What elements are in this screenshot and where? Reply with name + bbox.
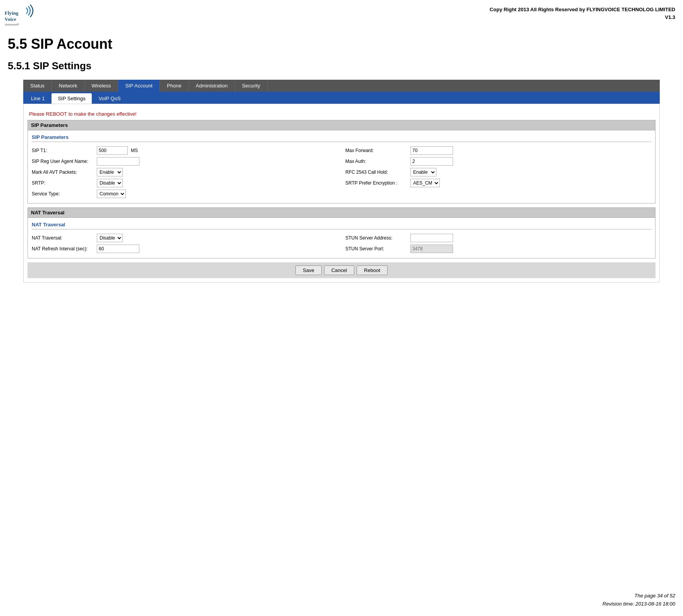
srtp-label: SRTP: <box>32 180 94 186</box>
subtab-sip-settings[interactable]: SIP Settings <box>51 93 91 104</box>
sip-parameters-header: SIP Parameters <box>27 120 656 130</box>
svg-text:VoiceoverIP: VoiceoverIP <box>5 23 19 26</box>
footer-line2: Revision time: 2013-08-16 18:00 <box>602 600 675 608</box>
footer-line1: The page 34 of 52 <box>602 592 675 600</box>
sub-tabs: Line 1 SIP Settings VoIP QoS <box>23 92 660 104</box>
stun-address-input[interactable] <box>410 234 453 242</box>
rfc2543-label: RFC 2543 Call Hold: <box>345 169 407 175</box>
tab-administration[interactable]: Administration <box>189 80 235 92</box>
sip-parameters-form: SIP T1: MS SIP Reg User Agent Name: Mark… <box>32 145 651 199</box>
reboot-button[interactable]: Reboot <box>357 265 388 275</box>
sip-reg-user-agent-label: SIP Reg User Agent Name: <box>32 159 94 164</box>
stun-port-row: STUN Server Port: <box>345 243 651 254</box>
srtp-row: SRTP: Enable Disable <box>32 178 338 188</box>
rfc2543-select[interactable]: Enable Disable <box>410 168 436 176</box>
save-button[interactable]: Save <box>295 265 322 275</box>
max-auth-label: Max Auth: <box>345 159 407 164</box>
svg-text:Voice: Voice <box>5 16 16 22</box>
tab-network[interactable]: Network <box>52 80 85 92</box>
tab-wireless[interactable]: Wireless <box>85 80 118 92</box>
header: Flying Voice VoiceoverIP Copy Right 2013… <box>0 0 683 28</box>
max-auth-row: Max Auth: <box>345 156 651 167</box>
tab-sip-account[interactable]: SIP Account <box>118 80 160 92</box>
nat-refresh-row: NAT Refresh Interval (sec): <box>32 243 338 254</box>
nat-traversal-label: NAT Traversal: <box>32 235 94 241</box>
nat-traversal-select[interactable]: Disable Enable <box>97 234 123 242</box>
nat-traversal-form: NAT Traversal: Disable Enable NAT Refres… <box>32 233 651 254</box>
sip-t1-label: SIP T1: <box>32 148 94 153</box>
sip-reg-user-agent-input[interactable] <box>97 157 139 166</box>
sip-reg-user-agent-row: SIP Reg User Agent Name: <box>32 156 338 167</box>
nat-refresh-label: NAT Refresh Interval (sec): <box>32 246 94 252</box>
subtab-line1[interactable]: Line 1 <box>25 93 51 104</box>
page-title: 5.5 SIP Account <box>0 28 683 56</box>
sip-parameters-section: SIP Parameters SIP Parameters SIP T1: MS <box>27 120 656 204</box>
stun-address-row: STUN Server Address: <box>345 233 651 243</box>
reboot-notice: Please REBOOT to make the changes effect… <box>27 108 656 120</box>
footer: The page 34 of 52 Revision time: 2013-08… <box>602 592 675 608</box>
section-title: 5.5.1 SIP Settings <box>0 56 683 80</box>
stun-port-label: STUN Server Port: <box>345 246 407 252</box>
nat-traversal-header: NAT Traversal <box>27 207 656 218</box>
subtab-voip-qos[interactable]: VoIP QoS <box>93 93 127 104</box>
stun-address-label: STUN Server Address: <box>345 235 407 241</box>
max-forward-row: Max Forward: <box>345 145 651 156</box>
nat-traversal-section: NAT Traversal NAT Traversal NAT Traversa… <box>27 207 656 258</box>
stun-port-input <box>410 245 453 253</box>
service-type-select[interactable]: Common Other <box>97 190 126 198</box>
button-bar: Save Cancel Reboot <box>27 262 656 278</box>
mark-avt-row: Mark All AVT Packets: Enable Disable <box>32 167 338 178</box>
copyright-text: Copy Right 2013 All Rights Reserved by F… <box>490 4 675 21</box>
nat-traversal-inner-header: NAT Traversal <box>32 222 651 229</box>
tab-security[interactable]: Security <box>235 80 268 92</box>
content-panel: Please REBOOT to make the changes effect… <box>23 104 660 282</box>
main-content: Status Network Wireless SIP Account Phon… <box>0 80 683 282</box>
nat-traversal-row: NAT Traversal: Disable Enable <box>32 233 338 243</box>
nat-refresh-input[interactable] <box>97 245 139 253</box>
max-forward-label: Max Forward: <box>345 148 407 153</box>
nat-traversal-inner: NAT Traversal NAT Traversal: Disable Ena… <box>27 218 656 258</box>
tab-status[interactable]: Status <box>23 80 52 92</box>
sip-right-col: Max Forward: Max Auth: RFC 2543 Call Hol… <box>345 145 651 199</box>
sip-left-col: SIP T1: MS SIP Reg User Agent Name: Mark… <box>32 145 338 199</box>
srtp-encryption-row: SRTP Prefer Encryption : AES_CM <box>345 178 651 188</box>
max-forward-input[interactable] <box>410 146 453 155</box>
sip-t1-unit: MS <box>131 148 138 153</box>
rfc2543-row: RFC 2543 Call Hold: Enable Disable <box>345 167 651 178</box>
max-auth-input[interactable] <box>410 157 453 166</box>
sip-parameters-inner-header: SIP Parameters <box>32 134 651 142</box>
nav-tabs: Status Network Wireless SIP Account Phon… <box>23 80 660 92</box>
cancel-button[interactable]: Cancel <box>324 265 354 275</box>
srtp-encryption-label: SRTP Prefer Encryption : <box>345 180 407 186</box>
nat-left-col: NAT Traversal: Disable Enable NAT Refres… <box>32 233 338 254</box>
tab-phone[interactable]: Phone <box>160 80 189 92</box>
sip-t1-row: SIP T1: MS <box>32 145 338 156</box>
mark-avt-label: Mark All AVT Packets: <box>32 169 94 175</box>
sip-t1-input[interactable] <box>97 146 128 155</box>
logo: Flying Voice VoiceoverIP <box>4 4 35 28</box>
service-type-row: Service Type: Common Other <box>32 188 338 199</box>
sip-parameters-inner: SIP Parameters SIP T1: MS SIP Reg User A… <box>27 130 656 204</box>
mark-avt-select[interactable]: Enable Disable <box>97 168 123 176</box>
nat-right-col: STUN Server Address: STUN Server Port: <box>345 233 651 254</box>
svg-text:Flying: Flying <box>5 10 19 16</box>
srtp-select[interactable]: Enable Disable <box>97 179 123 187</box>
srtp-encryption-select[interactable]: AES_CM <box>410 179 440 187</box>
service-type-label: Service Type: <box>32 191 94 197</box>
